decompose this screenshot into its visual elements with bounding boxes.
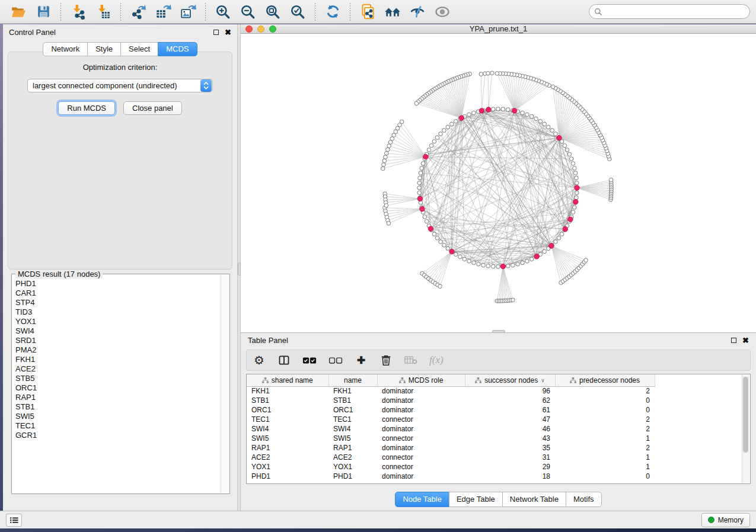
run-mcds-button[interactable]: Run MCDS (58, 101, 115, 115)
float-panel-icon[interactable] (213, 30, 219, 35)
tab-select[interactable]: Select (120, 42, 158, 56)
table-row[interactable]: PHD1PHD1dominator180 (247, 472, 655, 481)
export-image-icon[interactable] (178, 2, 198, 21)
table-row[interactable]: RAP1RAP1dominator352 (247, 443, 655, 453)
settings-gear-icon[interactable]: ⚙ (253, 353, 266, 367)
table-cell: RAP1 (247, 443, 328, 453)
table-cell: STB1 (328, 396, 377, 405)
zoom-selected-icon[interactable] (288, 2, 308, 21)
mcds-node-item[interactable]: STP4 (15, 298, 220, 307)
table-cell: ACE2 (247, 453, 328, 462)
horizontal-splitter-handle[interactable] (492, 330, 505, 333)
tab-node-table[interactable]: Node Table (395, 492, 449, 507)
table-row[interactable]: STB1STB1dominator620 (247, 396, 655, 405)
function-builder-icon: f(x) (429, 353, 444, 367)
task-history-button[interactable] (6, 514, 22, 527)
table-row[interactable]: TEC1TEC1connector472 (247, 415, 655, 424)
table-cell: 18 (465, 472, 555, 481)
tab-style[interactable]: Style (87, 42, 121, 56)
hide-selected-icon[interactable] (407, 2, 428, 21)
network-window-titlebar[interactable]: YPA_prune.txt_1 (241, 24, 756, 34)
add-column-icon[interactable]: ✚ (355, 353, 368, 367)
zoom-in-icon[interactable] (213, 2, 233, 21)
node-table-grid[interactable]: shared namenameMCDS rolesuccessor nodes∨… (247, 374, 655, 481)
first-neighbors-icon[interactable] (382, 2, 403, 21)
close-table-panel-icon[interactable]: ✖ (742, 338, 749, 343)
search-input[interactable] (602, 8, 745, 16)
export-network-icon[interactable] (128, 2, 148, 21)
column-header-shared-name[interactable]: shared name (247, 374, 328, 386)
table-cell: TEC1 (328, 415, 377, 424)
mcds-node-item[interactable]: RAP1 (15, 393, 220, 402)
show-all-icon[interactable] (432, 2, 452, 21)
close-panel-button[interactable]: Close panel (123, 101, 182, 115)
mcds-node-item[interactable]: ACE2 (15, 364, 220, 374)
table-cell: 61 (465, 405, 555, 415)
share-document-icon[interactable] (358, 2, 378, 21)
memory-button[interactable]: Memory (701, 513, 750, 527)
import-network-icon[interactable] (68, 2, 88, 21)
network-canvas[interactable] (241, 34, 756, 332)
mcds-node-item[interactable]: STB5 (15, 374, 220, 383)
show-column-icon[interactable] (277, 353, 291, 367)
save-session-icon[interactable] (33, 2, 53, 21)
mcds-node-item[interactable]: CAR1 (15, 289, 220, 298)
table-cell: 2 (555, 415, 655, 424)
zoom-out-icon[interactable] (238, 2, 258, 21)
tab-network[interactable]: Network (43, 42, 88, 56)
table-cell: SWI5 (328, 434, 377, 443)
mcds-node-item[interactable]: SRD1 (15, 336, 220, 345)
tab-mcds[interactable]: MCDS (158, 42, 197, 56)
tab-edge-table[interactable]: Edge Table (449, 492, 503, 507)
mcds-node-item[interactable]: FKH1 (15, 355, 220, 364)
float-table-panel-icon[interactable] (731, 338, 736, 343)
mcds-node-item[interactable]: YOX1 (15, 317, 220, 326)
criterion-select[interactable]: largest connected component (undirected) (27, 79, 213, 92)
mcds-node-item[interactable]: PMA2 (15, 345, 220, 355)
table-cell: SWI4 (328, 424, 377, 434)
table-cell: PHD1 (328, 472, 377, 481)
mcds-node-item[interactable]: STB1 (15, 402, 220, 412)
table-cell: 0 (555, 396, 655, 405)
search-box[interactable] (589, 4, 750, 19)
table-row[interactable]: ACE2ACE2connector311 (247, 453, 655, 462)
mcds-node-item[interactable]: PHD1 (15, 279, 220, 289)
mcds-list-scrollbar[interactable] (221, 275, 229, 493)
mcds-node-item[interactable]: TEC1 (15, 421, 220, 431)
mcds-result-list[interactable]: PHD1CAR1STP4TID3YOX1SWI4SRD1PMA2FKH1ACE2… (15, 279, 220, 492)
tab-motifs[interactable]: Motifs (566, 492, 602, 507)
deselect-all-icon[interactable] (328, 353, 343, 367)
column-header-MCDS-role[interactable]: MCDS role (377, 374, 465, 386)
table-row[interactable]: SWI5SWI5connector431 (247, 434, 655, 443)
toolbar-separator (205, 3, 206, 21)
export-table-icon[interactable] (153, 2, 173, 21)
table-row[interactable]: SWI4SWI4dominator462 (247, 424, 655, 434)
mcds-node-item[interactable]: TID3 (15, 307, 220, 317)
mcds-node-item[interactable]: SWI4 (15, 326, 220, 336)
table-scrollbar[interactable] (742, 375, 749, 483)
import-table-icon[interactable] (93, 2, 113, 21)
select-all-icon[interactable] (302, 353, 317, 367)
close-panel-icon[interactable]: ✖ (225, 30, 231, 35)
delete-column-icon[interactable] (379, 353, 393, 367)
column-header-predecessor-nodes[interactable]: predecessor nodes (555, 374, 655, 386)
mcds-node-item[interactable]: GCR1 (15, 431, 220, 440)
zoom-fit-icon[interactable] (263, 2, 283, 21)
column-header-successor-nodes[interactable]: successor nodes∨ (465, 374, 555, 386)
table-row[interactable]: YOX1YOX1connector291 (247, 462, 655, 472)
table-cell: connector (377, 434, 465, 443)
table-row[interactable]: ORC1ORC1dominator610 (247, 405, 655, 415)
mcds-node-item[interactable]: ORC1 (15, 383, 220, 393)
mcds-node-item[interactable]: SWI5 (15, 412, 220, 421)
table-scrollbar-thumb[interactable] (743, 377, 748, 453)
table-cell: STB1 (247, 396, 328, 405)
mcds-result-group: MCDS result (17 nodes) PHD1CAR1STP4TID3Y… (11, 274, 230, 494)
toolbar-separator (350, 3, 350, 21)
table-row[interactable]: FKH1FKH1dominator962 (247, 386, 655, 396)
tab-network-table[interactable]: Network Table (502, 492, 566, 507)
open-session-icon[interactable] (8, 2, 28, 21)
column-header-name[interactable]: name (328, 374, 377, 386)
memory-status-icon (708, 517, 714, 523)
table-cell: dominator (377, 472, 465, 481)
refresh-icon[interactable] (323, 2, 343, 21)
